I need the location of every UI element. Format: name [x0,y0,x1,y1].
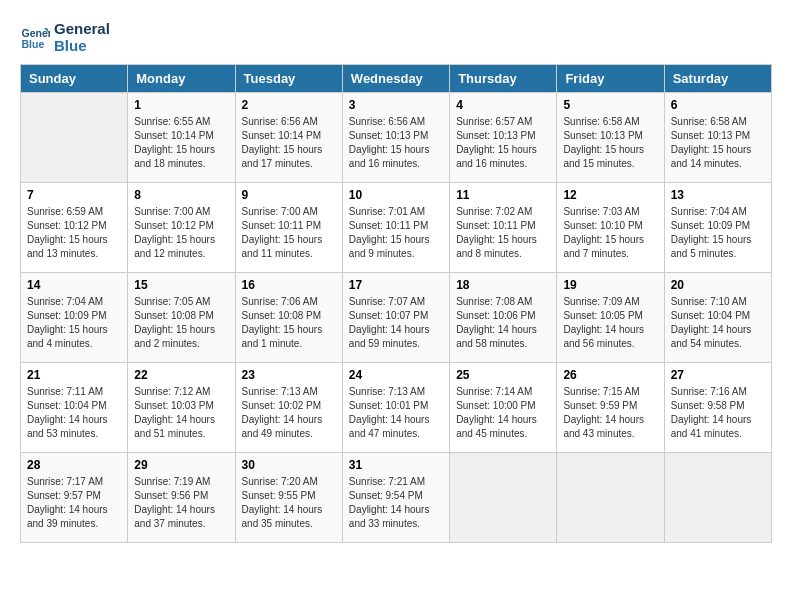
sunrise-text: Sunrise: 7:10 AM [671,295,765,309]
day-number: 24 [349,368,443,382]
week-row-5: 28Sunrise: 7:17 AMSunset: 9:57 PMDayligh… [21,453,772,543]
day-number: 22 [134,368,228,382]
sunrise-text: Sunrise: 7:01 AM [349,205,443,219]
sunset-text: Sunset: 9:57 PM [27,489,121,503]
sunset-text: Sunset: 10:14 PM [242,129,336,143]
daylight-text: Daylight: 15 hours and 18 minutes. [134,143,228,171]
day-info: Sunrise: 6:58 AMSunset: 10:13 PMDaylight… [563,115,657,171]
day-number: 27 [671,368,765,382]
daylight-text: Daylight: 14 hours and 39 minutes. [27,503,121,531]
daylight-text: Daylight: 14 hours and 54 minutes. [671,323,765,351]
sunrise-text: Sunrise: 7:05 AM [134,295,228,309]
calendar-cell: 26Sunrise: 7:15 AMSunset: 9:59 PMDayligh… [557,363,664,453]
week-row-3: 14Sunrise: 7:04 AMSunset: 10:09 PMDaylig… [21,273,772,363]
day-info: Sunrise: 7:12 AMSunset: 10:03 PMDaylight… [134,385,228,441]
sunrise-text: Sunrise: 7:09 AM [563,295,657,309]
day-number: 16 [242,278,336,292]
daylight-text: Daylight: 14 hours and 51 minutes. [134,413,228,441]
calendar-cell: 14Sunrise: 7:04 AMSunset: 10:09 PMDaylig… [21,273,128,363]
calendar-table: SundayMondayTuesdayWednesdayThursdayFrid… [20,64,772,543]
weekday-header-thursday: Thursday [450,65,557,93]
day-number: 19 [563,278,657,292]
sunset-text: Sunset: 10:11 PM [349,219,443,233]
calendar-cell: 5Sunrise: 6:58 AMSunset: 10:13 PMDayligh… [557,93,664,183]
sunset-text: Sunset: 9:59 PM [563,399,657,413]
logo-icon: General Blue [20,22,50,52]
weekday-header-tuesday: Tuesday [235,65,342,93]
calendar-cell: 6Sunrise: 6:58 AMSunset: 10:13 PMDayligh… [664,93,771,183]
calendar-cell: 12Sunrise: 7:03 AMSunset: 10:10 PMDaylig… [557,183,664,273]
sunset-text: Sunset: 10:01 PM [349,399,443,413]
day-info: Sunrise: 7:09 AMSunset: 10:05 PMDaylight… [563,295,657,351]
sunset-text: Sunset: 10:12 PM [134,219,228,233]
sunset-text: Sunset: 10:09 PM [27,309,121,323]
daylight-text: Daylight: 14 hours and 33 minutes. [349,503,443,531]
day-number: 26 [563,368,657,382]
daylight-text: Daylight: 14 hours and 59 minutes. [349,323,443,351]
daylight-text: Daylight: 14 hours and 41 minutes. [671,413,765,441]
calendar-cell: 2Sunrise: 6:56 AMSunset: 10:14 PMDayligh… [235,93,342,183]
daylight-text: Daylight: 14 hours and 53 minutes. [27,413,121,441]
logo-line2: Blue [54,37,110,54]
sunset-text: Sunset: 10:11 PM [456,219,550,233]
logo: General Blue General Blue [20,20,110,54]
day-info: Sunrise: 7:20 AMSunset: 9:55 PMDaylight:… [242,475,336,531]
page-header: General Blue General Blue [20,20,772,54]
sunset-text: Sunset: 9:55 PM [242,489,336,503]
sunrise-text: Sunrise: 7:07 AM [349,295,443,309]
logo-line1: General [54,20,110,37]
sunrise-text: Sunrise: 7:21 AM [349,475,443,489]
calendar-cell [664,453,771,543]
daylight-text: Daylight: 15 hours and 2 minutes. [134,323,228,351]
calendar-body: 1Sunrise: 6:55 AMSunset: 10:14 PMDayligh… [21,93,772,543]
day-info: Sunrise: 6:57 AMSunset: 10:13 PMDaylight… [456,115,550,171]
day-number: 15 [134,278,228,292]
sunset-text: Sunset: 10:13 PM [671,129,765,143]
daylight-text: Daylight: 14 hours and 49 minutes. [242,413,336,441]
weekday-header-saturday: Saturday [664,65,771,93]
daylight-text: Daylight: 14 hours and 37 minutes. [134,503,228,531]
day-info: Sunrise: 6:58 AMSunset: 10:13 PMDaylight… [671,115,765,171]
day-info: Sunrise: 7:04 AMSunset: 10:09 PMDaylight… [671,205,765,261]
daylight-text: Daylight: 15 hours and 14 minutes. [671,143,765,171]
calendar-cell: 27Sunrise: 7:16 AMSunset: 9:58 PMDayligh… [664,363,771,453]
day-number: 3 [349,98,443,112]
weekday-header-friday: Friday [557,65,664,93]
daylight-text: Daylight: 15 hours and 11 minutes. [242,233,336,261]
day-info: Sunrise: 7:02 AMSunset: 10:11 PMDaylight… [456,205,550,261]
sunrise-text: Sunrise: 7:03 AM [563,205,657,219]
week-row-2: 7Sunrise: 6:59 AMSunset: 10:12 PMDayligh… [21,183,772,273]
daylight-text: Daylight: 15 hours and 8 minutes. [456,233,550,261]
day-number: 29 [134,458,228,472]
sunrise-text: Sunrise: 7:16 AM [671,385,765,399]
week-row-1: 1Sunrise: 6:55 AMSunset: 10:14 PMDayligh… [21,93,772,183]
sunset-text: Sunset: 10:04 PM [671,309,765,323]
sunset-text: Sunset: 10:02 PM [242,399,336,413]
day-info: Sunrise: 7:00 AMSunset: 10:12 PMDaylight… [134,205,228,261]
sunrise-text: Sunrise: 7:00 AM [134,205,228,219]
day-info: Sunrise: 7:08 AMSunset: 10:06 PMDaylight… [456,295,550,351]
calendar-cell: 19Sunrise: 7:09 AMSunset: 10:05 PMDaylig… [557,273,664,363]
calendar-cell [450,453,557,543]
day-info: Sunrise: 7:01 AMSunset: 10:11 PMDaylight… [349,205,443,261]
sunset-text: Sunset: 10:13 PM [456,129,550,143]
sunrise-text: Sunrise: 7:14 AM [456,385,550,399]
day-number: 2 [242,98,336,112]
day-number: 4 [456,98,550,112]
daylight-text: Daylight: 14 hours and 58 minutes. [456,323,550,351]
calendar-cell: 13Sunrise: 7:04 AMSunset: 10:09 PMDaylig… [664,183,771,273]
day-number: 12 [563,188,657,202]
calendar-cell: 28Sunrise: 7:17 AMSunset: 9:57 PMDayligh… [21,453,128,543]
sunset-text: Sunset: 10:07 PM [349,309,443,323]
calendar-cell: 17Sunrise: 7:07 AMSunset: 10:07 PMDaylig… [342,273,449,363]
day-info: Sunrise: 7:06 AMSunset: 10:08 PMDaylight… [242,295,336,351]
day-info: Sunrise: 7:13 AMSunset: 10:01 PMDaylight… [349,385,443,441]
sunrise-text: Sunrise: 7:13 AM [242,385,336,399]
sunset-text: Sunset: 10:08 PM [134,309,228,323]
calendar-cell: 4Sunrise: 6:57 AMSunset: 10:13 PMDayligh… [450,93,557,183]
daylight-text: Daylight: 15 hours and 7 minutes. [563,233,657,261]
day-info: Sunrise: 7:14 AMSunset: 10:00 PMDaylight… [456,385,550,441]
calendar-cell: 21Sunrise: 7:11 AMSunset: 10:04 PMDaylig… [21,363,128,453]
day-number: 20 [671,278,765,292]
calendar-cell: 24Sunrise: 7:13 AMSunset: 10:01 PMDaylig… [342,363,449,453]
